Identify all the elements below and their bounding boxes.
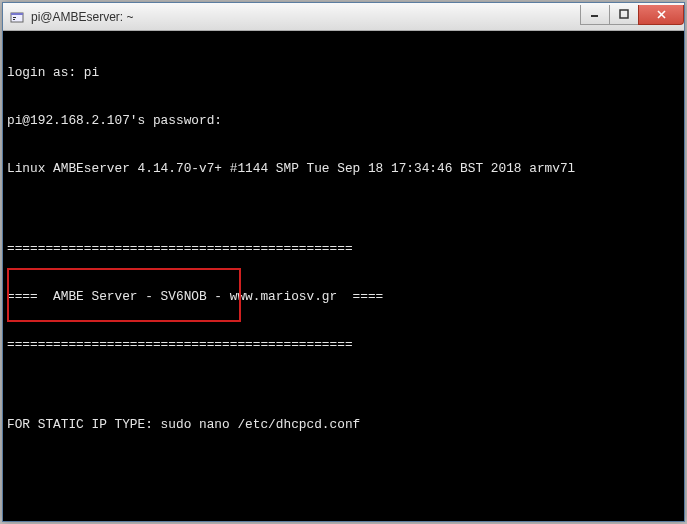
terminal-line: FOR STATIC IP TYPE: sudo nano /etc/dhcpc…	[7, 417, 680, 433]
svg-rect-5	[620, 10, 628, 18]
terminal-window: pi@AMBEserver: ~ login as: pi pi@192.168…	[2, 2, 685, 522]
terminal-line: ==== AMBE Server - SV6NOB - www.mariosv.…	[7, 289, 680, 305]
window-controls	[581, 5, 684, 25]
titlebar[interactable]: pi@AMBEserver: ~	[3, 3, 684, 31]
svg-rect-1	[11, 13, 23, 15]
putty-icon	[9, 9, 25, 25]
close-button[interactable]	[638, 5, 684, 25]
maximize-button[interactable]	[609, 5, 639, 25]
window-title: pi@AMBEserver: ~	[31, 10, 581, 24]
minimize-button[interactable]	[580, 5, 610, 25]
terminal-line: ========================================…	[7, 337, 680, 353]
terminal-line: pi@192.168.2.107's password:	[7, 113, 680, 129]
terminal-line: login as: pi	[7, 65, 680, 81]
terminal-line: ========================================…	[7, 241, 680, 257]
terminal-area[interactable]: login as: pi pi@192.168.2.107's password…	[3, 31, 684, 521]
terminal-line: Linux AMBEserver 4.14.70-v7+ #1144 SMP T…	[7, 161, 680, 177]
